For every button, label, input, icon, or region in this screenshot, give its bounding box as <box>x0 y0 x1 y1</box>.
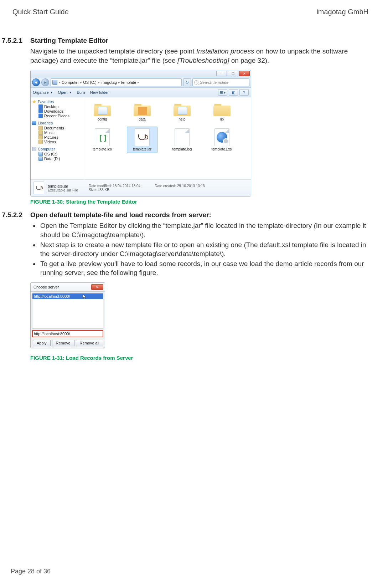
maximize-button[interactable]: ☐ <box>228 71 238 76</box>
nav-tree: Favorites Desktop Downloads Recent Place… <box>31 97 84 179</box>
dialog-title: Choose server <box>33 285 59 289</box>
tree-item-desktop[interactable]: Desktop <box>32 104 82 109</box>
minimize-button[interactable]: — <box>216 71 227 76</box>
dialog-titlebar: Choose server ✕ <box>31 283 105 292</box>
file-template-jar[interactable]: template.jar <box>127 127 157 153</box>
tree-item-music[interactable]: Music <box>32 131 82 135</box>
cursor-icon <box>82 294 87 300</box>
page-header: Quick Start Guide imagotag GmbH <box>2 8 368 30</box>
header-right: imagotag GmbH <box>316 8 368 16</box>
organize-button[interactable]: Organize ▼ <box>33 90 53 94</box>
tree-item-documents[interactable]: Documents <box>32 126 82 130</box>
close-button[interactable]: ✕ <box>239 71 250 76</box>
nav-forward-button[interactable]: ► <box>41 78 49 86</box>
tree-item-downloads[interactable]: Downloads <box>32 109 82 113</box>
header-left: Quick Start Guide <box>12 8 69 16</box>
file-template-ico[interactable]: [ ]template.ico <box>87 127 118 153</box>
folder-data[interactable]: data <box>127 101 157 123</box>
list-item: Next step is to create a new template fi… <box>40 240 368 259</box>
preview-pane-button[interactable]: ◧ <box>229 89 238 96</box>
page-footer: Page 28 of 36 <box>11 568 51 575</box>
search-input[interactable]: Search template <box>192 78 249 86</box>
file-area: config data help lib [ ]template.ico tem… <box>84 97 251 179</box>
explorer-toolbar: Organize ▼ Open ▼ Burn New folder ☰ ▾ ◧ … <box>31 88 251 97</box>
section-7521: 7.5.2.1 Starting Template Editor <box>2 37 368 45</box>
computer-icon <box>52 80 57 85</box>
tree-item-osc[interactable]: OS (C:) <box>32 152 82 156</box>
close-button[interactable]: ✕ <box>91 284 103 290</box>
folder-lib[interactable]: lib <box>207 101 237 123</box>
section-title: Starting Template Editor <box>30 37 108 45</box>
server-list-item[interactable]: http://localhost:8000/ <box>32 293 103 299</box>
view-mode-button[interactable]: ☰ ▾ <box>218 89 227 96</box>
tree-item-pictures[interactable]: Pictures <box>32 135 82 139</box>
details-pane: template.jar Executable Jar File Date mo… <box>31 179 251 196</box>
section-7522: 7.5.2.2 Open default template-file and l… <box>2 211 368 219</box>
apply-button[interactable]: Apply <box>33 340 51 346</box>
choose-server-dialog: Choose server ✕ http://localhost:8000/ h… <box>30 282 105 348</box>
dialog-buttons: Apply Remove Remove all <box>31 338 105 348</box>
section-number: 7.5.2.2 <box>2 211 30 219</box>
burn-button[interactable]: Burn <box>77 90 85 94</box>
star-icon <box>32 99 36 104</box>
tree-item-recent[interactable]: Recent Places <box>32 114 82 118</box>
tree-computer[interactable]: Computer <box>32 147 82 151</box>
folder-help[interactable]: help <box>167 101 197 123</box>
address-bar[interactable]: ▸Computer ▸OS (C:) ▸imagotag ▸template ▸ <box>51 78 182 86</box>
address-row: ◄ ► ▸Computer ▸OS (C:) ▸imagotag ▸templa… <box>31 77 251 88</box>
remove-all-button[interactable]: Remove all <box>76 340 103 346</box>
server-url-input[interactable]: http://localhost:8000/ <box>32 330 103 337</box>
list-item: Open the Template Editor by clicking the… <box>40 221 368 239</box>
figure-30-caption: FIGURE 1-30: Starting the Template Edito… <box>30 199 368 205</box>
section-number: 7.5.2.1 <box>2 37 30 45</box>
help-button[interactable]: ? <box>239 89 249 96</box>
section-7522-bullets: Open the Template Editor by clicking the… <box>40 221 368 277</box>
computer-icon <box>32 147 36 151</box>
open-button[interactable]: Open ▼ <box>58 90 72 94</box>
nav-back-button[interactable]: ◄ <box>32 78 40 86</box>
file-template1-xsl[interactable]: template1.xsl <box>207 127 237 153</box>
window-controls: — ☐ ✕ <box>31 70 251 77</box>
tree-item-videos[interactable]: Videos <box>32 140 82 144</box>
remove-button[interactable]: Remove <box>52 340 74 346</box>
folder-config[interactable]: config <box>87 101 118 123</box>
explorer-body: Favorites Desktop Downloads Recent Place… <box>31 97 251 179</box>
file-template-log[interactable]: template.log <box>167 127 197 153</box>
search-icon <box>194 80 198 85</box>
explorer-window: — ☐ ✕ ◄ ► ▸Computer ▸OS (C:) ▸imagotag ▸… <box>30 70 251 196</box>
list-item: To get a live preview you'll have to loa… <box>40 259 368 277</box>
section-7521-body: Navigate to the unpacked template direct… <box>30 47 368 65</box>
tree-favorites[interactable]: Favorites <box>32 99 82 104</box>
libraries-icon <box>32 121 36 125</box>
globe-gear-icon <box>217 132 227 143</box>
tree-libraries[interactable]: Libraries <box>32 121 82 125</box>
jar-icon <box>33 181 44 194</box>
section-title: Open default template-file and load reco… <box>30 211 211 219</box>
tree-item-datad[interactable]: Data (D:) <box>32 157 82 161</box>
refresh-button[interactable]: ↻ <box>183 78 191 86</box>
server-list[interactable]: http://localhost:8000/ <box>32 293 103 329</box>
figure-31-caption: FIGURE 1-31: Load Records from Server <box>30 355 368 361</box>
newfolder-button[interactable]: New folder <box>90 90 109 94</box>
